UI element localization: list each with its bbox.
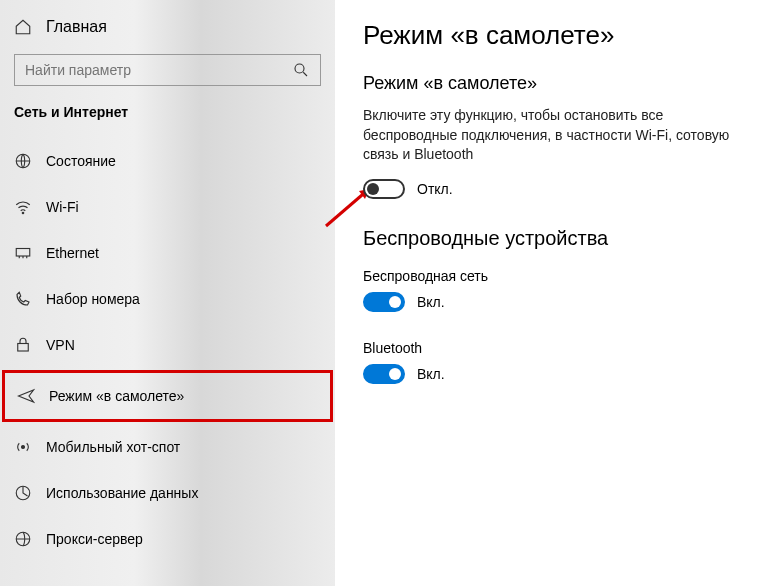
sidebar-item-status[interactable]: Состояние xyxy=(0,138,335,184)
wifi-group: Беспроводная сеть Вкл. xyxy=(363,268,735,312)
search-icon xyxy=(292,61,310,79)
bluetooth-toggle-label: Вкл. xyxy=(417,366,445,382)
search-input[interactable] xyxy=(25,62,265,78)
wireless-heading: Беспроводные устройства xyxy=(363,227,735,250)
sidebar-item-ethernet[interactable]: Ethernet xyxy=(0,230,335,276)
proxy-icon xyxy=(14,530,32,548)
search-input-container[interactable] xyxy=(14,54,321,86)
sidebar-item-label: Состояние xyxy=(46,153,116,169)
page-title: Режим «в самолете» xyxy=(363,20,735,51)
sidebar-item-vpn[interactable]: VPN xyxy=(0,322,335,368)
wifi-toggle-label: Вкл. xyxy=(417,294,445,310)
bluetooth-group: Bluetooth Вкл. xyxy=(363,340,735,384)
svg-rect-5 xyxy=(18,344,29,352)
home-label: Главная xyxy=(46,18,107,36)
svg-rect-4 xyxy=(16,249,30,257)
airplane-toggle[interactable] xyxy=(363,179,405,199)
svg-point-3 xyxy=(22,212,24,214)
vpn-icon xyxy=(14,336,32,354)
airplane-icon xyxy=(17,387,35,405)
sidebar-item-label: Использование данных xyxy=(46,485,198,501)
globe-icon xyxy=(14,152,32,170)
sidebar-item-dialup[interactable]: Набор номера xyxy=(0,276,335,322)
dialup-icon xyxy=(14,290,32,308)
main-content: Режим «в самолете» Режим «в самолете» Вк… xyxy=(335,0,763,586)
wifi-toggle[interactable] xyxy=(363,292,405,312)
wifi-icon xyxy=(14,198,32,216)
sidebar: Главная Сеть и Интернет Состояние Wi-Fi … xyxy=(0,0,335,586)
sidebar-item-datausage[interactable]: Использование данных xyxy=(0,470,335,516)
sidebar-item-hotspot[interactable]: Мобильный хот-спот xyxy=(0,424,335,470)
sidebar-item-label: Режим «в самолете» xyxy=(49,388,184,404)
svg-line-1 xyxy=(303,72,307,76)
datausage-icon xyxy=(14,484,32,502)
sidebar-item-label: Ethernet xyxy=(46,245,99,261)
svg-point-6 xyxy=(22,446,25,449)
sidebar-item-proxy[interactable]: Прокси-сервер xyxy=(0,516,335,562)
ethernet-icon xyxy=(14,244,32,262)
sidebar-item-label: Мобильный хот-спот xyxy=(46,439,180,455)
sidebar-item-label: Набор номера xyxy=(46,291,140,307)
hotspot-icon xyxy=(14,438,32,456)
sidebar-item-label: VPN xyxy=(46,337,75,353)
wifi-label: Беспроводная сеть xyxy=(363,268,735,284)
airplane-description: Включите эту функцию, чтобы остановить в… xyxy=(363,106,735,165)
sidebar-item-label: Wi-Fi xyxy=(46,199,79,215)
bluetooth-toggle[interactable] xyxy=(363,364,405,384)
svg-point-0 xyxy=(295,64,304,73)
sidebar-item-wifi[interactable]: Wi-Fi xyxy=(0,184,335,230)
home-link[interactable]: Главная xyxy=(0,12,335,50)
bluetooth-label: Bluetooth xyxy=(363,340,735,356)
airplane-toggle-label: Откл. xyxy=(417,181,453,197)
sidebar-item-label: Прокси-сервер xyxy=(46,531,143,547)
sidebar-item-airplane[interactable]: Режим «в самолете» xyxy=(2,370,333,422)
home-icon xyxy=(14,18,32,36)
airplane-toggle-row: Откл. xyxy=(363,179,735,199)
airplane-subheading: Режим «в самолете» xyxy=(363,73,735,94)
section-title: Сеть и Интернет xyxy=(0,104,335,138)
